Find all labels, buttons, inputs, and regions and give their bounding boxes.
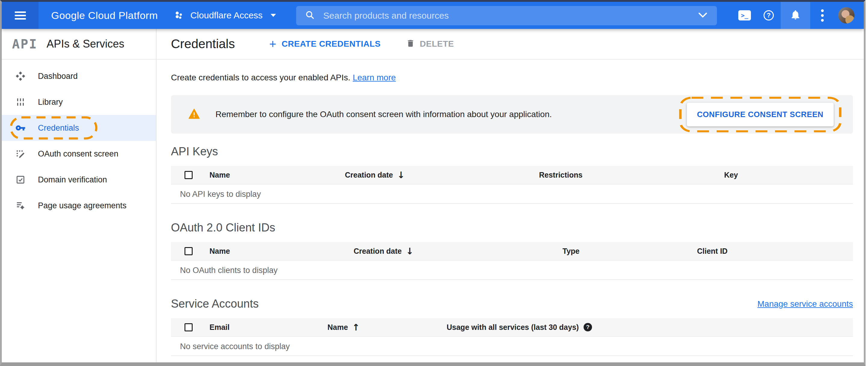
project-caret-icon xyxy=(270,13,277,18)
sort-desc-icon: ↓ xyxy=(406,246,413,256)
bell-icon xyxy=(790,9,801,22)
sidebar-item-dashboard[interactable]: Dashboard xyxy=(2,63,156,89)
service-accounts-table: Email Name ↑ Usage with all services (la… xyxy=(171,318,853,356)
service-accounts-table-header: Email Name ↑ Usage with all services (la… xyxy=(171,318,853,337)
account-button[interactable] xyxy=(834,2,858,29)
hamburger-menu-button[interactable] xyxy=(2,2,38,29)
project-selector[interactable]: Cloudflare Access xyxy=(175,10,276,21)
main-content: Credentials + CREATE CREDENTIALS DELETE … xyxy=(156,29,864,362)
help-icon: ? xyxy=(764,10,774,21)
page-title: Credentials xyxy=(171,37,235,51)
notifications-button[interactable] xyxy=(781,2,810,29)
sidebar-title: APIs & Services xyxy=(46,38,124,50)
api-product-logo: API xyxy=(12,37,38,52)
consent-screen-icon xyxy=(15,148,26,159)
column-header-creation-date[interactable]: Creation date ↓ xyxy=(345,170,539,180)
three-dots-icon xyxy=(821,9,824,22)
content-body: Create credentials to access your enable… xyxy=(156,60,864,356)
sidebar-item-library[interactable]: Library xyxy=(2,89,156,115)
manage-service-accounts-link[interactable]: Manage service accounts xyxy=(757,299,853,309)
column-header-key: Key xyxy=(724,171,853,179)
sort-desc-icon: ↓ xyxy=(397,170,405,180)
plus-icon: + xyxy=(269,38,276,50)
column-header-creation-date[interactable]: Creation date ↓ xyxy=(354,246,562,256)
service-accounts-section: Service Accounts Manage service accounts… xyxy=(171,297,853,356)
column-header-restrictions: Restrictions xyxy=(539,171,724,179)
api-keys-table-header: Name Creation date ↓ Restrictions Key xyxy=(171,166,853,184)
column-header-name: Name xyxy=(210,247,354,255)
sidebar-header: API APIs & Services xyxy=(2,29,156,60)
domain-verification-icon xyxy=(15,174,26,185)
top-bar: Google Cloud Platform Cloudflare Access xyxy=(2,2,864,29)
search-input[interactable] xyxy=(323,10,698,21)
service-accounts-empty-state: No service accounts to display xyxy=(171,337,853,356)
agreements-icon xyxy=(15,200,26,211)
topbar-actions: >_ ? xyxy=(733,2,858,29)
oauth-clients-table: Name Creation date ↓ Type Client ID No O… xyxy=(171,242,853,280)
sidebar-item-label: Credentials xyxy=(38,123,79,133)
column-header-email: Email xyxy=(210,323,328,332)
section-title-api-keys: API Keys xyxy=(171,145,853,158)
sidebar-item-label: Page usage agreements xyxy=(38,201,126,210)
column-header-client-id: Client ID xyxy=(697,247,853,255)
page-header: Credentials + CREATE CREDENTIALS DELETE xyxy=(156,29,864,60)
intro-text: Create credentials to access your enable… xyxy=(171,73,853,83)
sidebar: API APIs & Services Dashboard xyxy=(2,29,156,362)
project-name: Cloudflare Access xyxy=(190,10,262,21)
screenshot-frame: Google Cloud Platform Cloudflare Access xyxy=(0,0,866,366)
sidebar-item-label: Dashboard xyxy=(38,72,78,81)
oauth-clients-section: OAuth 2.0 Client IDs Name Creation date … xyxy=(171,221,853,280)
gcp-logo[interactable]: Google Cloud Platform xyxy=(51,10,158,21)
banner-message: Remember to configure the OAuth consent … xyxy=(216,110,552,119)
avatar xyxy=(838,7,855,24)
sort-asc-icon: ↑ xyxy=(352,322,360,333)
trash-icon xyxy=(406,38,415,49)
select-all-checkbox[interactable] xyxy=(185,247,193,255)
project-icon xyxy=(175,11,184,20)
cloud-shell-button[interactable]: >_ xyxy=(733,2,757,29)
sidebar-item-label: Domain verification xyxy=(38,175,107,184)
sidebar-item-domain-verification[interactable]: Domain verification xyxy=(2,167,156,193)
help-button[interactable]: ? xyxy=(757,2,781,29)
select-all-checkbox[interactable] xyxy=(185,323,193,331)
usage-help-icon[interactable]: ? xyxy=(584,323,592,331)
overflow-menu-button[interactable] xyxy=(810,2,834,29)
dashboard-icon xyxy=(15,71,26,82)
column-header-name: Name xyxy=(210,171,345,179)
global-search xyxy=(296,6,717,25)
warning-icon xyxy=(188,109,200,120)
section-title-service-accounts: Service Accounts xyxy=(171,297,258,310)
sidebar-nav: Dashboard Library xyxy=(2,60,156,218)
oauth-empty-state: No OAuth clients to display xyxy=(171,261,853,280)
library-icon xyxy=(15,97,26,108)
delete-button[interactable]: DELETE xyxy=(406,38,454,49)
configure-consent-screen-button[interactable]: CONFIGURE CONSENT SCREEN xyxy=(687,103,834,126)
select-all-checkbox[interactable] xyxy=(185,171,193,179)
api-keys-table: Name Creation date ↓ Restrictions Key No… xyxy=(171,166,853,204)
search-expand-chevron-icon[interactable] xyxy=(698,12,708,19)
sidebar-item-label: OAuth consent screen xyxy=(38,149,118,159)
sidebar-item-credentials[interactable]: Credentials xyxy=(2,115,156,141)
hamburger-icon xyxy=(15,10,26,21)
sidebar-item-label: Library xyxy=(38,97,63,107)
key-icon xyxy=(15,122,26,133)
column-header-usage: Usage with all services (last 30 days) ? xyxy=(447,323,853,332)
api-keys-empty-state: No API keys to display xyxy=(171,184,853,204)
column-header-name[interactable]: Name ↑ xyxy=(328,322,447,333)
column-header-type: Type xyxy=(562,247,697,255)
create-credentials-button[interactable]: + CREATE CREDENTIALS xyxy=(269,38,380,50)
oauth-table-header: Name Creation date ↓ Type Client ID xyxy=(171,242,853,261)
search-icon xyxy=(305,10,315,21)
section-title-oauth: OAuth 2.0 Client IDs xyxy=(171,221,853,234)
api-keys-section: API Keys Name Creation date ↓ Restrictio… xyxy=(171,145,853,204)
sidebar-item-page-usage-agreements[interactable]: Page usage agreements xyxy=(2,193,156,218)
sidebar-item-oauth-consent-screen[interactable]: OAuth consent screen xyxy=(2,141,156,167)
cloud-shell-icon: >_ xyxy=(738,10,751,21)
learn-more-link[interactable]: Learn more xyxy=(353,73,396,82)
consent-warning-banner: Remember to configure the OAuth consent … xyxy=(171,95,853,134)
